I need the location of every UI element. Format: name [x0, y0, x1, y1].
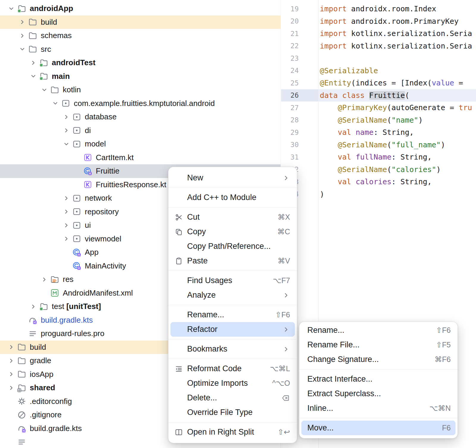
code-line[interactable]: val fullName: String,	[318, 151, 476, 163]
menu-item-optimize-imports[interactable]: Optimize Imports^⌥O	[170, 376, 295, 391]
menu-item-cut[interactable]: Cut⌘X	[170, 210, 295, 224]
code-line[interactable]: @Entity(indices = [Index(value =	[318, 77, 476, 89]
code-token: import	[320, 42, 347, 50]
menu-item-analyze[interactable]: Analyze	[170, 288, 295, 302]
chevron-right-icon[interactable]	[39, 276, 50, 283]
code-token: androidx.room.PrimaryKey	[347, 17, 458, 26]
menu-item-delete[interactable]: Delete...	[170, 391, 295, 405]
line-number[interactable]: 23	[281, 52, 318, 65]
line-number[interactable]: 20	[281, 15, 318, 28]
code-line[interactable]: val name: String,	[318, 126, 476, 139]
menu-separator	[168, 359, 297, 359]
tree-item-schemas[interactable]: schemas	[0, 29, 281, 43]
menu-item-rename-file[interactable]: Rename File...⇧F5	[301, 338, 455, 352]
code-line[interactable]: @PrimaryKey(autoGenerate = tru	[318, 102, 476, 114]
menu-item-rename[interactable]: Rename...⇧F6	[170, 307, 295, 322]
tree-item-androidapp[interactable]: androidApp	[0, 2, 281, 15]
menu-item-inline[interactable]: Inline...⌥⌘N	[301, 401, 455, 416]
tree-item-cartitem-kt[interactable]: CartItem.kt	[0, 151, 281, 165]
code-line[interactable]: import kotlinx.serialization.Seria	[318, 27, 476, 40]
chevron-down-icon[interactable]	[39, 86, 50, 94]
chevron-right-icon[interactable]	[61, 235, 72, 243]
chevron-right-icon[interactable]	[61, 221, 72, 229]
line-number[interactable]: 22	[281, 40, 318, 52]
chevron-right-icon[interactable]	[6, 370, 17, 378]
line-number[interactable]: 27	[281, 102, 318, 114]
chevron-down-icon[interactable]	[17, 45, 28, 53]
menu-item-copy-path-reference[interactable]: Copy Path/Reference...	[170, 239, 295, 254]
menu-item-extract-interface[interactable]: Extract Interface...	[301, 372, 455, 386]
menu-item-find-usages[interactable]: Find Usages⌥F7	[170, 273, 295, 288]
code-line[interactable]: data class Fruittie(	[318, 89, 476, 102]
chevron-right-icon[interactable]	[61, 113, 72, 121]
chevron-down-icon[interactable]	[61, 140, 72, 148]
chevron-right-icon[interactable]	[6, 384, 17, 392]
line-number[interactable]: 21	[281, 27, 318, 40]
editor-line-20: 20import androidx.room.PrimaryKey	[281, 15, 476, 28]
menu-item-add-c-to-module[interactable]: Add C++ to Module	[170, 190, 295, 205]
line-number[interactable]: 28	[281, 114, 318, 127]
code-line[interactable]: @Serializable	[318, 65, 476, 77]
editor-line-34: 34)	[281, 188, 476, 201]
menu-item-label: Analyze	[187, 291, 275, 300]
tree-item-di[interactable]: di	[0, 124, 281, 138]
code-line[interactable]: import androidx.room.Index	[318, 3, 476, 15]
code-token: )	[436, 165, 441, 174]
line-number[interactable]: 25	[281, 77, 318, 89]
chevron-down-icon[interactable]	[50, 99, 61, 107]
line-number[interactable]: 24	[281, 65, 318, 77]
code-line[interactable]: @SerialName("calories")	[318, 163, 476, 176]
menu-item-open-in-right-split[interactable]: Open in Right Split⇧↩	[170, 425, 295, 439]
code-token: )	[320, 190, 324, 199]
menu-item-bookmarks[interactable]: Bookmarks	[170, 342, 295, 356]
code-line[interactable]: )	[318, 188, 476, 201]
module-folder-icon	[39, 302, 49, 312]
line-number[interactable]: 29	[281, 126, 318, 139]
chevron-right-icon[interactable]	[61, 127, 72, 134]
code-line[interactable]: import androidx.room.PrimaryKey	[318, 15, 476, 28]
menu-shortcut: ⌥⌘N	[429, 404, 451, 413]
line-number[interactable]: 26	[281, 89, 318, 102]
chevron-down-icon[interactable]	[28, 72, 39, 80]
code-line[interactable]: val calories: String,	[318, 176, 476, 188]
tree-item-main[interactable]: main	[0, 70, 281, 83]
chevron-right-icon[interactable]	[28, 59, 39, 67]
code-line[interactable]: @SerialName("name")	[318, 114, 476, 127]
code-token	[351, 128, 356, 137]
code-line[interactable]: import kotlinx.serialization.Seria	[318, 40, 476, 52]
chevron-right-icon[interactable]	[61, 194, 72, 202]
menu-item-new[interactable]: New	[170, 171, 295, 185]
line-number[interactable]: 19	[281, 3, 318, 15]
chevron-right-icon[interactable]	[6, 343, 17, 351]
tree-item-src[interactable]: src	[0, 43, 281, 56]
line-number[interactable]: 31	[281, 151, 318, 163]
chevron-right-icon[interactable]	[28, 303, 39, 310]
menu-item-copy[interactable]: Copy⌘C	[170, 224, 295, 239]
chevron-down-icon[interactable]	[6, 5, 17, 13]
code-line[interactable]	[318, 52, 476, 65]
menu-item-override-file-type[interactable]: Override File Type	[170, 405, 295, 420]
menu-item-refactor[interactable]: Refactor	[170, 322, 295, 337]
tree-item-build[interactable]: build	[0, 15, 281, 29]
tree-item-kotlin[interactable]: kotlin	[0, 83, 281, 97]
tree-item-androidtest[interactable]: androidTest	[0, 56, 281, 70]
chevron-right-icon[interactable]	[61, 208, 72, 216]
menu-item-label: Change Signature...	[307, 355, 428, 364]
menu-item-rename[interactable]: Rename...⇧F6	[301, 323, 455, 338]
tree-item-com-example-fruitties-kmptutorial-android[interactable]: com.example.fruitties.kmptutorial.androi…	[0, 97, 281, 110]
code-line[interactable]: @SerialName("full_name")	[318, 139, 476, 151]
scissors-icon	[170, 213, 187, 222]
tree-item-database[interactable]: database	[0, 110, 281, 124]
tree-item-model[interactable]: model	[0, 137, 281, 151]
line-number[interactable]: 30	[281, 139, 318, 151]
tree-item-label: kotlin	[63, 85, 81, 94]
chevron-right-icon[interactable]	[6, 357, 17, 365]
menu-item-extract-superclass[interactable]: Extract Superclass...	[301, 386, 455, 401]
menu-item-reformat-code[interactable]: Reformat Code⌥⌘L	[170, 361, 295, 376]
kotlin-class-icon	[83, 166, 93, 176]
menu-item-change-signature[interactable]: Change Signature...⌘F6	[301, 352, 455, 367]
menu-item-move[interactable]: Move...F6	[301, 421, 455, 435]
menu-item-paste[interactable]: Paste⌘V	[170, 254, 295, 268]
chevron-right-icon[interactable]	[17, 18, 28, 26]
chevron-right-icon[interactable]	[17, 32, 28, 40]
